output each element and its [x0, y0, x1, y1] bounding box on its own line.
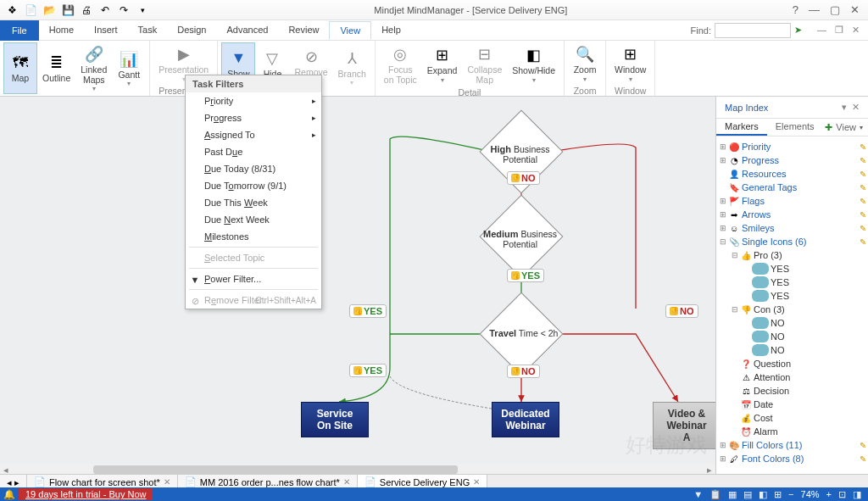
ribbon-outline[interactable]: ≣Outline	[37, 42, 75, 94]
terminal-node[interactable]: DedicatedWebinar	[492, 402, 559, 437]
tree-node[interactable]: YES	[718, 262, 866, 276]
app-icon[interactable]: ❖	[5, 3, 19, 17]
edit-icon[interactable]: ✎	[860, 210, 866, 220]
close-tab-icon[interactable]: ✕	[343, 477, 350, 487]
tree-node[interactable]: ⊞🔴Priority✎	[718, 140, 866, 153]
close-tab-icon[interactable]: ✕	[473, 477, 480, 487]
tree-node[interactable]: ⚖Decision	[718, 384, 866, 398]
menu-item-priority[interactable]: Priority▸	[186, 92, 321, 109]
menu-tab-insert[interactable]: Insert	[84, 21, 128, 40]
tree-node[interactable]: 🔖General Tags✎	[718, 181, 866, 194]
tree-node[interactable]: YES	[718, 276, 866, 289]
expand-icon[interactable]: ⊞	[718, 224, 728, 232]
doc-restore-icon[interactable]: ❐	[835, 25, 843, 36]
menu-item-due-next-week[interactable]: Due Next Week	[186, 211, 321, 228]
tree-node[interactable]: ⊞➡Arrows✎	[718, 208, 866, 221]
status-view4-icon[interactable]: ⊞	[774, 489, 782, 500]
terminal-node[interactable]: Video &Webinar A	[653, 402, 715, 449]
tree-node[interactable]: ⊞🚩Flags✎	[718, 194, 866, 208]
tree-node[interactable]: 👤Resources✎	[718, 167, 866, 181]
taskpane-icon[interactable]: ◨	[853, 489, 861, 500]
maximize-icon[interactable]: ▢	[830, 3, 840, 16]
tree-node[interactable]: ⊞◔Progress✎	[718, 153, 866, 167]
minimize-icon[interactable]: —	[809, 3, 820, 16]
menu-tab-home[interactable]: Home	[39, 21, 84, 40]
expand-icon[interactable]: ⊞	[718, 142, 728, 151]
tree-node[interactable]: NO	[718, 343, 866, 357]
tree-node[interactable]: ❓Question	[718, 357, 866, 370]
new-icon[interactable]: 📄	[24, 3, 37, 17]
expand-icon[interactable]: ⊞	[718, 454, 728, 463]
tree-node[interactable]: ⏰Alarm	[718, 425, 866, 438]
edit-icon[interactable]: ✎	[860, 441, 866, 450]
menu-tab-help[interactable]: Help	[371, 21, 411, 40]
edge-badge-no[interactable]: 👎NO	[507, 365, 540, 378]
ribbon-expand[interactable]: ⊞Expand▾	[422, 42, 463, 86]
menu-tab-view[interactable]: View	[329, 21, 371, 40]
close-icon[interactable]: ✕	[850, 3, 860, 16]
status-view3-icon[interactable]: ◧	[759, 489, 767, 500]
edit-icon[interactable]: ✎	[860, 183, 866, 192]
add-marker-icon[interactable]: ✚	[825, 122, 832, 133]
scroll-thumb[interactable]	[93, 465, 458, 474]
status-filter-icon[interactable]: ▼	[693, 489, 703, 499]
ribbon-linked-maps[interactable]: 🔗LinkedMaps▾	[75, 42, 112, 94]
zoom-out-icon[interactable]: −	[788, 489, 793, 499]
tree-node[interactable]: ⊞☺Smileys✎	[718, 221, 866, 235]
menu-tab-design[interactable]: Design	[167, 21, 216, 40]
panel-menu-icon[interactable]: ▾	[842, 102, 847, 113]
print-icon[interactable]: 🖨	[80, 3, 93, 17]
flowchart-canvas[interactable]: High Business PotentialMedium Business P…	[0, 97, 715, 464]
expand-icon[interactable]: ⊟	[730, 305, 740, 314]
redo-icon[interactable]: ↷	[117, 3, 131, 17]
ribbon-show/hide[interactable]: ◧Show/Hide▾	[507, 42, 560, 86]
edit-icon[interactable]: ✎	[860, 224, 866, 233]
ribbon-zoom[interactable]: 🔍Zoom▾	[568, 42, 602, 85]
file-tab[interactable]: File	[0, 20, 39, 41]
close-tab-icon[interactable]: ✕	[164, 477, 170, 487]
panel-close-icon[interactable]: ✕	[852, 102, 860, 113]
tree-node[interactable]: ⊞🎨Fill Colors (11)✎	[718, 438, 866, 452]
view-dropdown[interactable]: View	[836, 122, 856, 132]
menu-item-due-tomorrow-[interactable]: Due Tomorrow (9/1)	[186, 177, 321, 194]
tree-node[interactable]: NO	[718, 330, 866, 343]
expand-icon[interactable]: ⊞	[718, 156, 728, 164]
tree-node[interactable]: ⚠Attention	[718, 370, 866, 384]
ribbon-gantt[interactable]: 📊Gantt▾	[112, 42, 146, 94]
fit-icon[interactable]: ⊡	[838, 489, 846, 500]
tree-node[interactable]: ⊟👍Pro (3)	[718, 248, 866, 262]
expand-icon[interactable]: ⊞	[718, 210, 728, 219]
edge-badge-yes[interactable]: 👍YES	[507, 269, 544, 282]
menu-tab-review[interactable]: Review	[278, 21, 329, 40]
tree-node[interactable]: NO	[718, 316, 866, 330]
zoom-in-icon[interactable]: +	[826, 489, 832, 499]
tab-elements[interactable]: Elements	[767, 119, 823, 136]
open-icon[interactable]: 📂	[42, 3, 56, 17]
menu-item-progress[interactable]: Progress▸	[186, 109, 321, 126]
edit-icon[interactable]: ✎	[860, 237, 866, 247]
tree-node[interactable]: 📅Date	[718, 398, 866, 411]
tree-node[interactable]: 💰Cost	[718, 411, 866, 425]
expand-icon[interactable]: ⊞	[718, 441, 728, 449]
menu-item-due-this-week[interactable]: Due This Week	[186, 194, 321, 211]
menu-item-assigned-to[interactable]: Assigned To▸	[186, 126, 321, 143]
edit-icon[interactable]: ✎	[860, 156, 866, 165]
edit-icon[interactable]: ✎	[860, 197, 866, 206]
find-go-icon[interactable]: ➤	[794, 25, 802, 36]
status-task-icon[interactable]: 📋	[709, 489, 721, 500]
undo-icon[interactable]: ↶	[98, 3, 112, 17]
qat-more-icon[interactable]: ▾	[136, 3, 149, 17]
edge-badge-no[interactable]: 👎NO	[665, 304, 698, 318]
status-view2-icon[interactable]: ▤	[743, 489, 752, 500]
tree-node[interactable]: YES	[718, 289, 866, 303]
edge-badge-no[interactable]: 👎NO	[507, 171, 540, 185]
edit-icon[interactable]: ✎	[860, 170, 866, 179]
menu-tab-task[interactable]: Task	[128, 21, 168, 40]
doc-close-icon[interactable]: ✕	[852, 25, 860, 36]
ribbon-window[interactable]: ⊞Window▾	[609, 42, 651, 85]
edit-icon[interactable]: ✎	[860, 454, 866, 464]
edge-badge-yes[interactable]: 👍YES	[349, 364, 387, 377]
doc-minimize-icon[interactable]: —	[817, 25, 826, 36]
edge-badge-yes[interactable]: 👍YES	[349, 304, 387, 318]
expand-icon[interactable]: ⊞	[718, 197, 728, 205]
